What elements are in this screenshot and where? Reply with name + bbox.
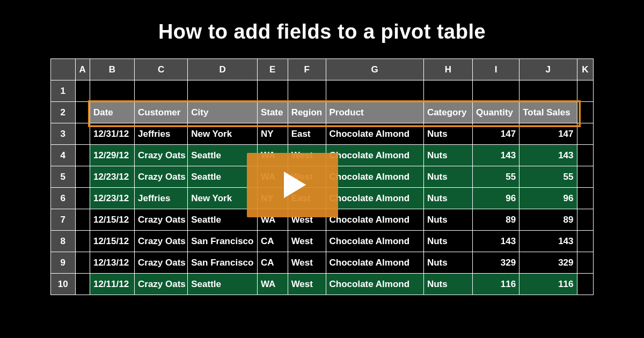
cell-2-K[interactable] [577,102,593,123]
column-header-c[interactable]: C [134,59,187,80]
column-header-f[interactable]: F [288,59,326,80]
cell-6-product[interactable]: Chocolate Almond [326,188,423,209]
column-header-h[interactable]: H [423,59,472,80]
cell-8-date[interactable]: 12/15/12 [90,231,134,252]
cell-1-K[interactable] [577,80,593,102]
cell-9-A[interactable] [75,252,90,274]
cell-7-quantity[interactable]: 89 [473,209,519,231]
cell-6-K[interactable] [577,188,593,209]
cell-10-state[interactable]: WA [257,274,288,295]
cell-10-city[interactable]: Seattle [188,274,258,295]
cell-9-total[interactable]: 329 [519,252,577,274]
cell-3-quantity[interactable]: 147 [473,123,519,145]
row-header-3[interactable]: 3 [51,123,76,145]
cell-10-K[interactable] [577,274,593,295]
cell-3-product[interactable]: Chocolate Almond [326,123,423,145]
cell-9-K[interactable] [577,252,593,274]
cell-8-state[interactable]: CA [257,231,288,252]
column-header-i[interactable]: I [473,59,519,80]
cell-3-region[interactable]: East [288,123,326,145]
cell-8-total[interactable]: 143 [519,231,577,252]
cell-9-category[interactable]: Nuts [423,252,472,274]
cell-5-quantity[interactable]: 55 [473,166,519,188]
cell-7-product[interactable]: Chocolate Almond [326,209,423,231]
row-header-6[interactable]: 6 [51,188,76,209]
cell-2-A[interactable] [75,102,90,123]
cell-6-category[interactable]: Nuts [423,188,472,209]
cell-1-H[interactable] [423,80,472,102]
cell-1-E[interactable] [257,80,288,102]
cell-3-city[interactable]: New York [188,123,258,145]
cell-10-product[interactable]: Chocolate Almond [326,274,423,295]
cell-10-date[interactable]: 12/11/12 [90,274,134,295]
row-header-1[interactable]: 1 [51,80,76,102]
cell-3-date[interactable]: 12/31/12 [90,123,134,145]
cell-4-A[interactable] [75,145,90,166]
row-header-7[interactable]: 7 [51,209,76,231]
cell-9-product[interactable]: Chocolate Almond [326,252,423,274]
cell-3-customer[interactable]: Jeffries [134,123,187,145]
cell-1-J[interactable] [519,80,577,102]
cell-1-I[interactable] [473,80,519,102]
cell-8-quantity[interactable]: 143 [473,231,519,252]
field-header-date[interactable]: Date [90,102,134,123]
cell-5-category[interactable]: Nuts [423,166,472,188]
cell-3-total[interactable]: 147 [519,123,577,145]
cell-1-F[interactable] [288,80,326,102]
cell-8-product[interactable]: Chocolate Almond [326,231,423,252]
cell-10-customer[interactable]: Crazy Oats [134,274,187,295]
column-header-d[interactable]: D [188,59,258,80]
cell-7-date[interactable]: 12/15/12 [90,209,134,231]
cell-4-K[interactable] [577,145,593,166]
cell-1-A[interactable] [75,80,90,102]
field-header-category[interactable]: Category [423,102,472,123]
cell-3-category[interactable]: Nuts [423,123,472,145]
field-header-customer[interactable]: Customer [134,102,187,123]
cell-4-total[interactable]: 143 [519,145,577,166]
cell-6-customer[interactable]: Jeffries [134,188,187,209]
cell-10-A[interactable] [75,274,90,295]
column-header-b[interactable]: B [90,59,134,80]
field-header-product[interactable]: Product [326,102,423,123]
play-button[interactable] [247,153,338,217]
column-header-j[interactable]: J [519,59,577,80]
cell-10-region[interactable]: West [288,274,326,295]
cell-10-total[interactable]: 116 [519,274,577,295]
row-header-2[interactable]: 2 [51,102,76,123]
cell-10-quantity[interactable]: 116 [473,274,519,295]
field-header-region[interactable]: Region [288,102,326,123]
cell-6-total[interactable]: 96 [519,188,577,209]
field-header-total-sales[interactable]: Total Sales [519,102,577,123]
cell-3-A[interactable] [75,123,90,145]
cell-9-state[interactable]: CA [257,252,288,274]
cell-7-A[interactable] [75,209,90,231]
cell-8-A[interactable] [75,231,90,252]
cell-1-G[interactable] [326,80,423,102]
cell-5-product[interactable]: Chocolate Almond [326,166,423,188]
cell-8-region[interactable]: West [288,231,326,252]
column-header-a[interactable]: A [75,59,90,80]
cell-7-K[interactable] [577,209,593,231]
cell-6-A[interactable] [75,188,90,209]
cell-10-category[interactable]: Nuts [423,274,472,295]
column-header-k[interactable]: K [577,59,593,80]
cell-5-total[interactable]: 55 [519,166,577,188]
cell-1-B[interactable] [90,80,134,102]
cell-3-state[interactable]: NY [257,123,288,145]
cell-4-date[interactable]: 12/29/12 [90,145,134,166]
field-header-city[interactable]: City [188,102,258,123]
cell-9-quantity[interactable]: 329 [473,252,519,274]
cell-8-category[interactable]: Nuts [423,231,472,252]
cell-7-total[interactable]: 89 [519,209,577,231]
column-header-e[interactable]: E [257,59,288,80]
cell-4-quantity[interactable]: 143 [473,145,519,166]
cell-6-date[interactable]: 12/23/12 [90,188,134,209]
cell-5-A[interactable] [75,166,90,188]
cell-9-city[interactable]: San Francisco [188,252,258,274]
cell-4-product[interactable]: Chocolate Almond [326,145,423,166]
cell-1-C[interactable] [134,80,187,102]
cell-3-K[interactable] [577,123,593,145]
cell-5-K[interactable] [577,166,593,188]
cell-5-date[interactable]: 12/23/12 [90,166,134,188]
cell-4-customer[interactable]: Crazy Oats [134,145,187,166]
